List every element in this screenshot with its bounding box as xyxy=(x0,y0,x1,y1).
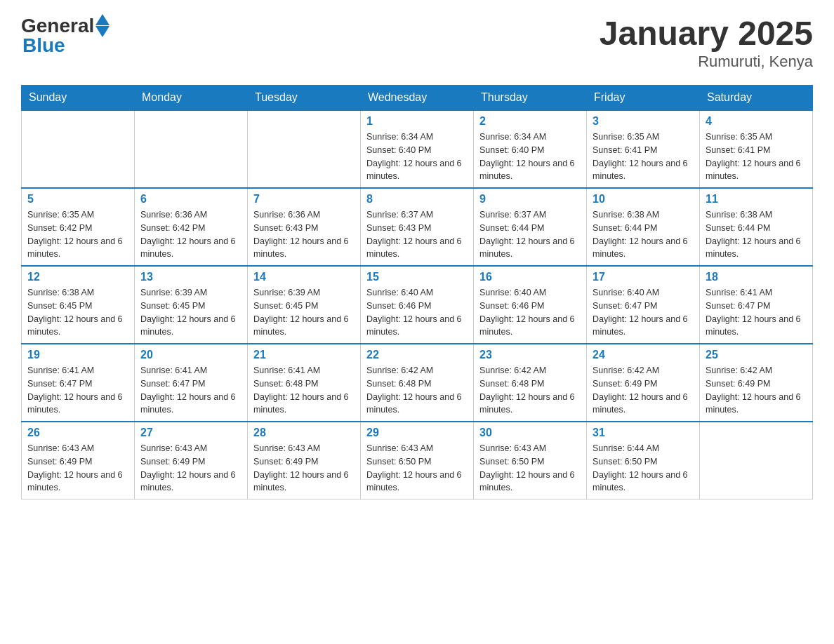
day-number: 4 xyxy=(706,115,807,128)
day-info: Sunrise: 6:38 AMSunset: 6:44 PMDaylight:… xyxy=(706,208,807,261)
day-info: Sunrise: 6:43 AMSunset: 6:49 PMDaylight:… xyxy=(27,442,128,495)
day-info: Sunrise: 6:40 AMSunset: 6:47 PMDaylight:… xyxy=(593,286,694,339)
calendar-week-row: 5Sunrise: 6:35 AMSunset: 6:42 PMDaylight… xyxy=(22,188,813,266)
day-info: Sunrise: 6:38 AMSunset: 6:44 PMDaylight:… xyxy=(593,208,694,261)
day-number: 7 xyxy=(253,193,355,206)
logo: General Blue xyxy=(21,14,110,57)
calendar-week-row: 19Sunrise: 6:41 AMSunset: 6:47 PMDayligh… xyxy=(22,344,813,422)
day-number: 13 xyxy=(140,271,241,283)
calendar-cell: 17Sunrise: 6:40 AMSunset: 6:47 PMDayligh… xyxy=(587,266,700,344)
calendar-week-row: 26Sunrise: 6:43 AMSunset: 6:49 PMDayligh… xyxy=(22,422,813,499)
day-number: 30 xyxy=(479,427,581,439)
day-number: 24 xyxy=(593,349,694,361)
day-number: 6 xyxy=(140,193,241,206)
day-info: Sunrise: 6:40 AMSunset: 6:46 PMDaylight:… xyxy=(366,286,468,339)
calendar-cell: 5Sunrise: 6:35 AMSunset: 6:42 PMDaylight… xyxy=(22,188,135,266)
day-info: Sunrise: 6:34 AMSunset: 6:40 PMDaylight:… xyxy=(479,130,581,183)
day-info: Sunrise: 6:38 AMSunset: 6:45 PMDaylight:… xyxy=(27,286,128,339)
calendar-week-row: 1Sunrise: 6:34 AMSunset: 6:40 PMDaylight… xyxy=(22,110,813,188)
day-info: Sunrise: 6:42 AMSunset: 6:48 PMDaylight:… xyxy=(479,364,581,417)
day-number: 2 xyxy=(479,115,581,128)
calendar-cell: 11Sunrise: 6:38 AMSunset: 6:44 PMDayligh… xyxy=(700,188,813,266)
weekday-header: Thursday xyxy=(474,86,587,111)
calendar-cell: 29Sunrise: 6:43 AMSunset: 6:50 PMDayligh… xyxy=(361,422,474,499)
day-number: 1 xyxy=(366,115,468,128)
day-info: Sunrise: 6:34 AMSunset: 6:40 PMDaylight:… xyxy=(366,130,468,183)
day-info: Sunrise: 6:37 AMSunset: 6:43 PMDaylight:… xyxy=(366,208,468,261)
calendar-cell: 23Sunrise: 6:42 AMSunset: 6:48 PMDayligh… xyxy=(474,344,587,422)
calendar-cell: 3Sunrise: 6:35 AMSunset: 6:41 PMDaylight… xyxy=(587,110,700,188)
calendar-cell: 16Sunrise: 6:40 AMSunset: 6:46 PMDayligh… xyxy=(474,266,587,344)
calendar-cell xyxy=(700,422,813,499)
day-number: 19 xyxy=(27,349,128,361)
day-number: 17 xyxy=(593,271,694,283)
calendar-cell: 13Sunrise: 6:39 AMSunset: 6:45 PMDayligh… xyxy=(135,266,248,344)
day-number: 11 xyxy=(706,193,807,206)
calendar-week-row: 12Sunrise: 6:38 AMSunset: 6:45 PMDayligh… xyxy=(22,266,813,344)
calendar-cell: 12Sunrise: 6:38 AMSunset: 6:45 PMDayligh… xyxy=(22,266,135,344)
weekday-header: Sunday xyxy=(22,86,135,111)
calendar-cell: 15Sunrise: 6:40 AMSunset: 6:46 PMDayligh… xyxy=(361,266,474,344)
day-number: 3 xyxy=(593,115,694,128)
day-info: Sunrise: 6:41 AMSunset: 6:47 PMDaylight:… xyxy=(706,286,807,339)
day-info: Sunrise: 6:41 AMSunset: 6:48 PMDaylight:… xyxy=(253,364,355,417)
calendar-cell: 27Sunrise: 6:43 AMSunset: 6:49 PMDayligh… xyxy=(135,422,248,499)
calendar-cell xyxy=(135,110,248,188)
calendar-cell: 4Sunrise: 6:35 AMSunset: 6:41 PMDaylight… xyxy=(700,110,813,188)
day-info: Sunrise: 6:43 AMSunset: 6:50 PMDaylight:… xyxy=(479,442,581,495)
title-block: January 2025 Rumuruti, Kenya xyxy=(600,14,813,71)
day-number: 27 xyxy=(140,427,241,439)
calendar-cell: 22Sunrise: 6:42 AMSunset: 6:48 PMDayligh… xyxy=(361,344,474,422)
calendar-cell: 6Sunrise: 6:36 AMSunset: 6:42 PMDaylight… xyxy=(135,188,248,266)
day-info: Sunrise: 6:43 AMSunset: 6:49 PMDaylight:… xyxy=(140,442,241,495)
day-info: Sunrise: 6:39 AMSunset: 6:45 PMDaylight:… xyxy=(253,286,355,339)
day-info: Sunrise: 6:39 AMSunset: 6:45 PMDaylight:… xyxy=(140,286,241,339)
day-info: Sunrise: 6:41 AMSunset: 6:47 PMDaylight:… xyxy=(27,364,128,417)
calendar-cell: 31Sunrise: 6:44 AMSunset: 6:50 PMDayligh… xyxy=(587,422,700,499)
day-number: 31 xyxy=(593,427,694,439)
calendar-cell: 25Sunrise: 6:42 AMSunset: 6:49 PMDayligh… xyxy=(700,344,813,422)
calendar-cell: 1Sunrise: 6:34 AMSunset: 6:40 PMDaylight… xyxy=(361,110,474,188)
weekday-header: Saturday xyxy=(700,86,813,111)
logo-general-text: General xyxy=(21,15,94,37)
day-number: 26 xyxy=(27,427,128,439)
subtitle: Rumuruti, Kenya xyxy=(600,53,813,71)
day-info: Sunrise: 6:42 AMSunset: 6:49 PMDaylight:… xyxy=(706,364,807,417)
day-info: Sunrise: 6:43 AMSunset: 6:50 PMDaylight:… xyxy=(366,442,468,495)
day-info: Sunrise: 6:37 AMSunset: 6:44 PMDaylight:… xyxy=(479,208,581,261)
day-number: 8 xyxy=(366,193,468,206)
calendar-cell xyxy=(248,110,361,188)
calendar-cell: 7Sunrise: 6:36 AMSunset: 6:43 PMDaylight… xyxy=(248,188,361,266)
day-number: 18 xyxy=(706,271,807,283)
day-number: 23 xyxy=(479,349,581,361)
calendar-cell: 24Sunrise: 6:42 AMSunset: 6:49 PMDayligh… xyxy=(587,344,700,422)
day-info: Sunrise: 6:42 AMSunset: 6:48 PMDaylight:… xyxy=(366,364,468,417)
calendar-cell: 20Sunrise: 6:41 AMSunset: 6:47 PMDayligh… xyxy=(135,344,248,422)
day-info: Sunrise: 6:43 AMSunset: 6:49 PMDaylight:… xyxy=(253,442,355,495)
calendar-cell: 19Sunrise: 6:41 AMSunset: 6:47 PMDayligh… xyxy=(22,344,135,422)
day-number: 22 xyxy=(366,349,468,361)
day-number: 5 xyxy=(27,193,128,206)
logo-blue-text: Blue xyxy=(21,34,65,57)
calendar-cell: 28Sunrise: 6:43 AMSunset: 6:49 PMDayligh… xyxy=(248,422,361,499)
weekday-header: Monday xyxy=(135,86,248,111)
day-number: 25 xyxy=(706,349,807,361)
calendar-cell: 21Sunrise: 6:41 AMSunset: 6:48 PMDayligh… xyxy=(248,344,361,422)
day-info: Sunrise: 6:42 AMSunset: 6:49 PMDaylight:… xyxy=(593,364,694,417)
day-number: 15 xyxy=(366,271,468,283)
day-info: Sunrise: 6:35 AMSunset: 6:41 PMDaylight:… xyxy=(706,130,807,183)
calendar-cell: 2Sunrise: 6:34 AMSunset: 6:40 PMDaylight… xyxy=(474,110,587,188)
calendar-header-row: SundayMondayTuesdayWednesdayThursdayFrid… xyxy=(22,86,813,111)
calendar-table: SundayMondayTuesdayWednesdayThursdayFrid… xyxy=(21,85,813,499)
day-number: 12 xyxy=(27,271,128,283)
day-number: 29 xyxy=(366,427,468,439)
weekday-header: Tuesday xyxy=(248,86,361,111)
day-info: Sunrise: 6:41 AMSunset: 6:47 PMDaylight:… xyxy=(140,364,241,417)
day-number: 14 xyxy=(253,271,355,283)
day-number: 28 xyxy=(253,427,355,439)
day-info: Sunrise: 6:44 AMSunset: 6:50 PMDaylight:… xyxy=(593,442,694,495)
day-info: Sunrise: 6:40 AMSunset: 6:46 PMDaylight:… xyxy=(479,286,581,339)
calendar-cell: 30Sunrise: 6:43 AMSunset: 6:50 PMDayligh… xyxy=(474,422,587,499)
day-number: 20 xyxy=(140,349,241,361)
day-number: 21 xyxy=(253,349,355,361)
